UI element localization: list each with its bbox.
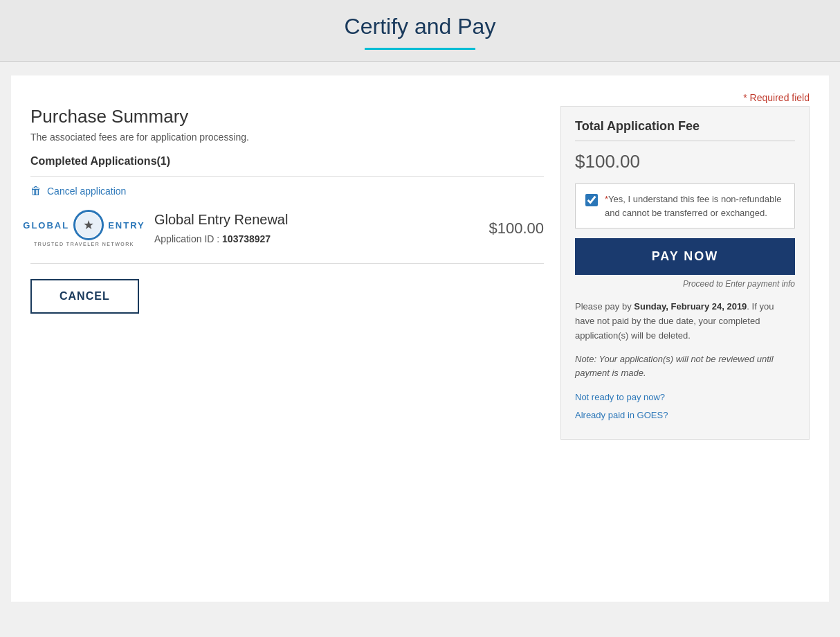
already-paid-link[interactable]: Already paid in GOES? <box>575 410 668 420</box>
purchase-summary-title: Purchase Summary <box>30 106 544 127</box>
purchase-summary-subtitle: The associated fees are for application … <box>30 132 544 143</box>
ge-global-text: GLOBAL <box>23 220 69 231</box>
non-refundable-label: *Yes, I understand this fee is non-refun… <box>605 192 785 219</box>
divider-1 <box>30 176 544 177</box>
cancel-application-link[interactable]: 🗑 Cancel application <box>30 185 544 197</box>
total-fee-title: Total Application Fee <box>575 119 795 134</box>
total-fee-amount: $100.00 <box>575 151 795 172</box>
divider-2 <box>30 263 544 264</box>
left-panel: Purchase Summary The associated fees are… <box>30 106 544 440</box>
application-item: GLOBAL ★ ENTRY TRUSTED TRAVELER NETWORK … <box>30 210 544 246</box>
fee-divider <box>575 141 795 141</box>
non-refundable-checkbox-area: *Yes, I understand this fee is non-refun… <box>575 183 795 228</box>
required-field-note: * Required field <box>30 92 810 103</box>
ge-entry-text: ENTRY <box>108 220 145 231</box>
main-content: * Required field Purchase Summary The as… <box>11 75 829 602</box>
application-fee: $100.00 <box>489 219 544 237</box>
ge-circle: ★ <box>73 210 104 240</box>
application-details: Global Entry Renewal Application ID : 10… <box>154 212 472 244</box>
ge-logo-top: GLOBAL ★ ENTRY <box>23 210 145 240</box>
ge-trusted-text: TRUSTED TRAVELER NETWORK <box>34 242 134 246</box>
pay-now-button[interactable]: PAY NOW <box>575 238 795 275</box>
fee-box: Total Application Fee $100.00 *Yes, I un… <box>560 106 810 440</box>
right-panel: Total Application Fee $100.00 *Yes, I un… <box>560 106 810 440</box>
already-paid-link-row: Already paid in GOES? <box>575 409 795 421</box>
completed-apps-header: Completed Applications(1) <box>30 155 544 168</box>
not-ready-link[interactable]: Not ready to pay now? <box>575 392 665 402</box>
ge-star-icon: ★ <box>83 217 94 233</box>
payment-deadline: Please pay by Sunday, February 24, 2019.… <box>575 300 795 343</box>
not-ready-link-row: Not ready to pay now? <box>575 391 795 403</box>
application-id: Application ID : 103738927 <box>154 233 472 244</box>
content-wrapper: Purchase Summary The associated fees are… <box>30 106 810 440</box>
global-entry-logo: GLOBAL ★ ENTRY TRUSTED TRAVELER NETWORK <box>30 210 138 246</box>
non-refundable-checkbox[interactable] <box>585 194 598 206</box>
cancel-button[interactable]: CANCEL <box>30 279 139 314</box>
application-name: Global Entry Renewal <box>154 212 472 228</box>
trash-icon: 🗑 <box>30 185 42 197</box>
ge-circle-inner: ★ <box>76 213 101 237</box>
page-title: Certify and Pay <box>0 14 840 48</box>
note-text: Note: Your application(s) will not be re… <box>575 352 795 379</box>
page-header: Certify and Pay <box>0 0 840 62</box>
proceed-text: Proceed to Enter payment info <box>575 279 795 289</box>
